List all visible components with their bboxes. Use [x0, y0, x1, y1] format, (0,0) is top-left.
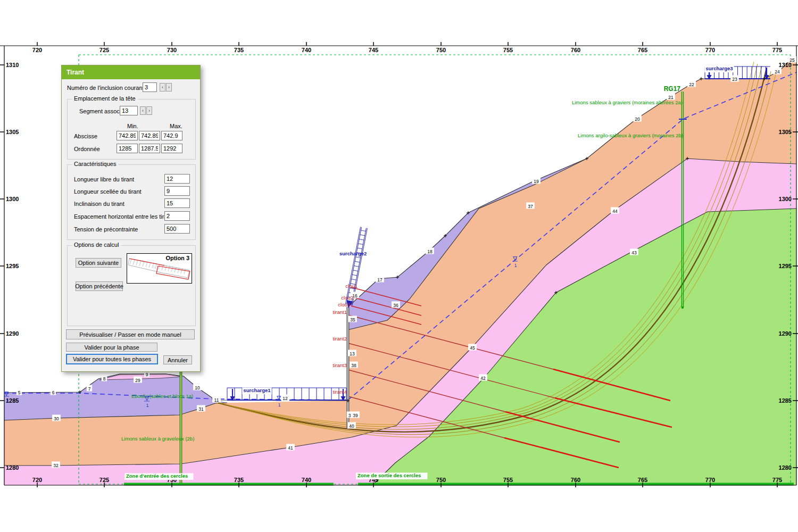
x-axis-label-bottom: 775	[772, 477, 782, 483]
x-axis-label-top: 775	[772, 47, 782, 53]
inclusion-prev-button[interactable]: ‹	[160, 83, 165, 92]
soil-label-moraines-2b: Limons argilo-sableux à graviers (morain…	[578, 132, 683, 138]
clou2-label: clou2	[341, 295, 353, 301]
x-axis-label-bottom: 725	[99, 477, 109, 483]
spacing-input[interactable]	[164, 211, 190, 221]
x-axis-label-top: 730	[167, 47, 177, 53]
validate-phase-button[interactable]: Valider pour la phase	[66, 343, 157, 352]
prestress-input[interactable]	[164, 224, 190, 234]
segment-number-chip: 21	[668, 95, 674, 100]
segment-number-chip: 38	[351, 363, 356, 368]
surcharge2-hatch	[358, 244, 363, 245]
segment-input[interactable]	[120, 106, 138, 115]
calc-options-legend: Options de calcul	[72, 242, 121, 248]
abscisse-min-input[interactable]	[117, 131, 138, 140]
option-next-button[interactable]: Option suivante	[76, 258, 121, 268]
surcharge2-hatch	[351, 279, 356, 280]
inclusion-number-label: Numéro de l'inclusion courante :	[67, 85, 151, 91]
segment-number-chip: 30	[54, 416, 59, 421]
head-location-group: Emplacement de la tête Segment associé ‹…	[67, 99, 196, 160]
y-axis-label-right: 1285	[779, 397, 792, 404]
water-table-icon: ▽	[4, 390, 9, 396]
abscisse-current-input[interactable]	[139, 131, 160, 140]
circle-exit-zone-label: Zone de sortie des cercles	[358, 472, 421, 478]
y-axis-label-left: 1280	[6, 464, 19, 471]
y-axis-label-left: 1290	[6, 330, 19, 337]
soil-label-eboulis: Eboulis (sables et blocs 1a)	[131, 393, 193, 399]
cancel-button[interactable]: Annuler	[163, 355, 192, 364]
surcharge1-label: surcharge1	[243, 387, 271, 393]
segment-number-chip: 13	[350, 351, 355, 356]
surcharge2-hatch	[357, 248, 362, 249]
x-axis-label-bottom: 720	[32, 477, 42, 483]
x-axis-label-bottom: 750	[436, 477, 446, 483]
segment-number-chip: 43	[631, 250, 637, 255]
y-axis-label-left: 1295	[6, 263, 19, 269]
segment-number-chip: 20	[635, 117, 640, 122]
head-location-legend: Emplacement de la tête	[72, 95, 138, 102]
x-axis-label-top: 760	[571, 47, 580, 53]
segment-number-chip: 10	[195, 385, 200, 390]
dialog-titlebar[interactable]: Tirant	[62, 65, 200, 79]
surcharge2-hatch	[354, 265, 359, 267]
soil-label-moraines-2a: Limons sableux à graviers (moraines alté…	[572, 99, 683, 105]
water-table-number: 1	[278, 402, 281, 408]
x-axis-label-top: 755	[503, 47, 513, 53]
inclination-input[interactable]	[164, 198, 190, 208]
segment-number-chip: 37	[528, 204, 533, 209]
segment-number-chip: 36	[393, 303, 398, 308]
segment-number-chip: 19	[534, 179, 539, 184]
y-axis-label-right: 1290	[779, 330, 792, 337]
surcharge2-hatch	[355, 257, 361, 258]
prestress-label: Tension de précontrainte	[74, 226, 138, 232]
calc-options-group: Options de calcul Option suivante	[67, 245, 196, 326]
inclination-label: Inclinaison du tirant	[74, 201, 124, 207]
segment-number-chip: 41	[288, 445, 293, 451]
ordonnee-min-input[interactable]	[117, 144, 138, 153]
x-axis-label-bottom: 770	[705, 477, 715, 483]
tirant1-label: tirant1	[333, 309, 347, 315]
segment-number-chip: 17	[377, 277, 383, 282]
water-table-number: 1	[146, 403, 149, 408]
segment-number-chip: 24	[775, 69, 780, 74]
inclusion-number-input[interactable]	[143, 82, 157, 92]
free-length-input[interactable]	[164, 174, 190, 184]
surcharge2-hatch	[360, 235, 365, 236]
tirant-dialog: Tirant Numéro de l'inclusion courante : …	[61, 65, 201, 372]
segment-prev-button[interactable]: ‹	[140, 106, 146, 115]
segment-number-chip: 23	[732, 77, 737, 82]
soil-label-limons-2b-left: Limons sableux à graveleux (2b)	[121, 436, 194, 442]
y-axis-label-right: 1295	[779, 263, 792, 269]
spacing-label: Espacement horizontal entre les tirants	[74, 213, 175, 220]
segment-number-chip: 9	[146, 372, 148, 377]
min-header: Min.	[127, 123, 138, 129]
abscisse-max-input[interactable]	[161, 131, 182, 140]
surcharge2-hatch	[352, 275, 358, 276]
option-prev-button[interactable]: Option précédente	[76, 281, 123, 291]
free-length-label: Longueur libre du tirant	[74, 176, 134, 182]
x-axis-label-top: 765	[638, 47, 647, 53]
ordonnee-current-input[interactable]	[139, 144, 160, 153]
x-axis-label-bottom: 760	[571, 477, 580, 483]
surcharge3-label: surcharge3	[705, 65, 733, 71]
characteristics-legend: Caractéristiques	[72, 161, 118, 167]
inclusion-next-button[interactable]: ›	[166, 83, 172, 92]
tirant2-label: tirant2	[333, 336, 347, 342]
segment-label: Segment associé	[79, 108, 124, 114]
segment-number-chip: 8	[103, 376, 106, 381]
max-header: Max.	[170, 123, 182, 129]
x-axis-label-top: 735	[234, 47, 244, 53]
x-axis-label-top: 745	[369, 47, 378, 53]
segment-number-chip: 40	[349, 423, 354, 429]
segment-next-button[interactable]: ›	[146, 106, 152, 115]
preview-manual-mode-button[interactable]: Prévisualiser / Passer en mode manuel	[66, 329, 195, 339]
validate-all-phases-button[interactable]: Valider pour toutes les phases	[66, 354, 158, 364]
segment-number-chip: 25	[789, 57, 795, 63]
x-axis-label-top: 770	[705, 47, 715, 53]
ordonnee-max-input[interactable]	[161, 144, 182, 153]
segment-number-chip: 39	[353, 413, 358, 418]
circle-entry-zone-label: Zone d'entrée des cercles	[126, 473, 188, 479]
x-axis-label-bottom: 755	[503, 477, 513, 483]
water-table-icon: ▽	[512, 255, 517, 261]
sealed-length-input[interactable]	[164, 186, 190, 196]
